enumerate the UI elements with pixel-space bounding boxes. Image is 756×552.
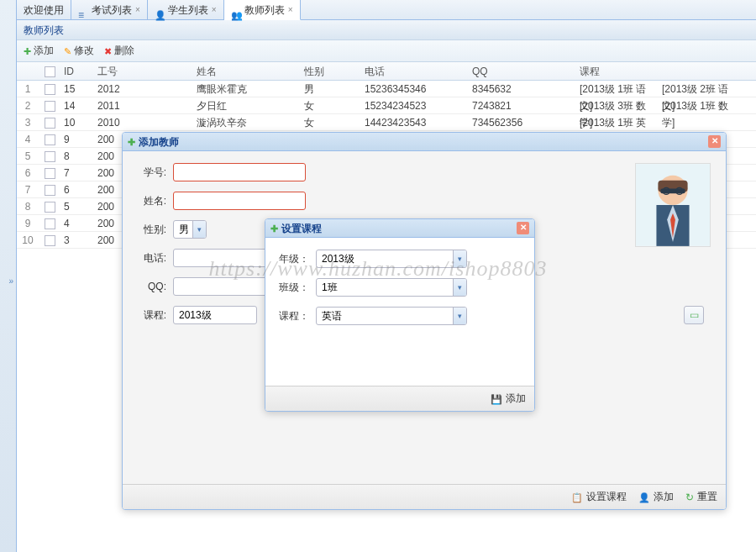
grade-select[interactable]	[316, 250, 467, 268]
cell-id: 7	[60, 165, 94, 181]
row-num: 10	[17, 232, 39, 248]
checkbox[interactable]	[45, 202, 55, 213]
row-num: 6	[17, 165, 39, 181]
checkbox[interactable]	[45, 235, 55, 246]
row-check	[39, 215, 60, 231]
close-button[interactable]: ✕	[517, 222, 529, 234]
button-label: 添加	[506, 392, 526, 406]
cell-course2: [2013级 2班 语文]	[659, 81, 741, 97]
cell-sex: 女	[301, 114, 361, 130]
checkbox[interactable]	[45, 84, 55, 95]
add-course-button[interactable]: 添加	[491, 392, 526, 406]
checkbox-all[interactable]	[45, 66, 55, 77]
add-button[interactable]: 添加	[24, 44, 54, 58]
course-select[interactable]	[316, 307, 467, 325]
row-check	[39, 131, 60, 147]
chevron-down-icon[interactable]: ▾	[453, 250, 466, 267]
sidebar-expand-icon[interactable]: »	[8, 276, 13, 286]
checkbox[interactable]	[45, 185, 55, 196]
cell-emp: 2012	[94, 81, 193, 97]
cell-course: [2013级 1班 语文]	[576, 81, 659, 97]
col-emp[interactable]: 工号	[94, 62, 193, 80]
col-qq[interactable]: QQ	[469, 62, 576, 80]
checkbox[interactable]	[45, 218, 55, 229]
tab-student-list[interactable]: 学生列表×	[148, 0, 224, 20]
col-sex[interactable]: 性别	[301, 62, 361, 80]
cell-course2	[659, 114, 741, 130]
col-name[interactable]: 姓名	[193, 62, 301, 80]
delete-icon	[104, 45, 112, 57]
tab-welcome[interactable]: 欢迎使用	[17, 0, 71, 20]
cell-tel: 14423423543	[361, 114, 469, 130]
edit-button[interactable]: 修改	[64, 44, 94, 58]
reset-button[interactable]: 重置	[685, 490, 717, 504]
cell-id: 15	[60, 81, 94, 97]
table-row[interactable]: 2 14 2011 夕日红 女 15234234523 7243821 [201…	[17, 97, 756, 114]
checkbox[interactable]	[45, 134, 55, 145]
reset-icon	[685, 492, 694, 503]
grid-header: ID 工号 姓名 性别 电话 QQ 课程	[17, 62, 756, 81]
add-submit-button[interactable]: 添加	[638, 490, 674, 504]
chevron-down-icon[interactable]: ▾	[192, 221, 206, 238]
table-row[interactable]: 3 10 2010 漩涡玖辛奈 女 14423423543 734562356 …	[17, 114, 756, 131]
avatar[interactable]	[635, 163, 711, 247]
close-button[interactable]: ✕	[708, 135, 721, 148]
course-icon	[571, 492, 583, 503]
close-icon[interactable]: ×	[212, 0, 217, 20]
course-display	[173, 306, 257, 324]
cell-emp: 2010	[94, 114, 193, 130]
student-icon	[155, 5, 165, 15]
cell-qq: 7243821	[469, 97, 576, 113]
user-add-icon	[638, 492, 650, 503]
chevron-down-icon[interactable]: ▾	[453, 308, 466, 324]
teacher-icon	[231, 5, 241, 15]
close-icon[interactable]: ×	[288, 0, 293, 20]
cell-id: 4	[60, 215, 94, 231]
checkbox[interactable]	[45, 151, 55, 162]
checkbox[interactable]	[45, 168, 55, 179]
chevron-down-icon[interactable]: ▾	[453, 279, 466, 296]
cell-course: [2013级 1班 英语]	[576, 114, 659, 130]
button-label: 添加	[654, 490, 674, 504]
class-select[interactable]	[316, 278, 467, 297]
sidebar-collapsed: »	[0, 0, 17, 552]
dialog-header[interactable]: 设置课程 ✕	[265, 219, 534, 238]
delete-button[interactable]: 删除	[104, 44, 134, 58]
table-row[interactable]: 1 15 2012 鹰眼米霍克 男 15236345346 8345632 [2…	[17, 81, 756, 97]
col-course[interactable]: 课程	[576, 62, 659, 80]
button-label: 添加	[34, 44, 54, 58]
col-id[interactable]: ID	[60, 62, 94, 80]
row-check	[39, 97, 60, 113]
tab-teacher-list[interactable]: 教师列表×	[224, 0, 301, 20]
cell-tel: 15234234523	[361, 97, 469, 113]
dialog-footer: 添加	[265, 386, 534, 411]
cell-emp: 2011	[94, 97, 193, 113]
tab-bar: 欢迎使用 考试列表× 学生列表× 教师列表×	[17, 0, 756, 20]
cell-id: 6	[60, 181, 94, 197]
add-icon	[128, 133, 135, 151]
checkbox[interactable]	[45, 101, 55, 112]
add-course-item-button[interactable]: ▭	[684, 306, 704, 324]
cell-id: 8	[60, 148, 94, 164]
edit-icon	[64, 45, 71, 57]
label-grade: 年级：	[277, 252, 316, 266]
row-num: 9	[17, 215, 39, 231]
save-icon	[491, 393, 502, 405]
main-area: 欢迎使用 考试列表× 学生列表× 教师列表× 教师列表 添加 修改 删除 ID …	[17, 0, 756, 552]
row-num: 2	[17, 97, 39, 113]
dialog-header[interactable]: 添加教师 ✕	[123, 133, 726, 151]
dialog-footer: 设置课程 添加 重置	[123, 484, 726, 509]
cell-qq: 8345632	[469, 81, 576, 97]
col-tel[interactable]: 电话	[361, 62, 469, 80]
label-course: 课程：	[277, 309, 316, 323]
sno-input[interactable]	[173, 163, 306, 181]
checkbox[interactable]	[45, 118, 55, 129]
set-course-dialog: 设置课程 ✕ 年级：▾ 班级：▾ 课程：▾ 添加	[265, 218, 535, 412]
row-check	[39, 198, 60, 214]
set-course-button[interactable]: 设置课程	[571, 490, 627, 504]
cell-course: [2013级 3班 数学]	[576, 97, 659, 113]
name-input[interactable]	[173, 192, 306, 210]
tab-exam-list[interactable]: 考试列表×	[71, 0, 148, 20]
cell-id: 5	[60, 198, 94, 214]
close-icon[interactable]: ×	[135, 0, 140, 20]
